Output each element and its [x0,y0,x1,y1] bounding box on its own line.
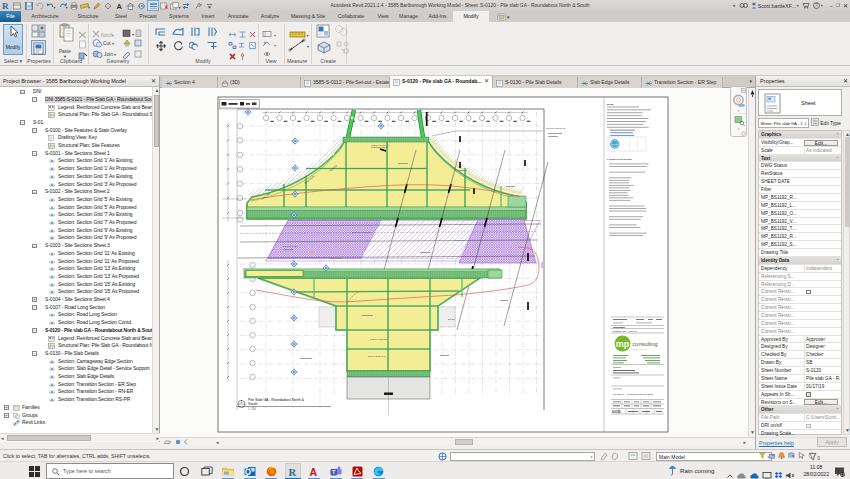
tree-item[interactable]: −S-0103 - Site Sections Sheet 3 [0,242,152,250]
tab-close-icon[interactable]: ✕ [484,76,489,87]
design-option-dropdown[interactable]: Main Model∨ [656,452,772,461]
property-row[interactable]: SHEET DATE [759,178,841,186]
tree-item[interactable]: Section: Section Grid '7' As Proposed [0,219,152,227]
modify-tool-icon-6[interactable] [189,38,201,56]
search-back-icon[interactable]: ◄ [732,3,736,8]
tree-item[interactable]: Section: Section Grid '9' As Existing [0,227,152,235]
tree-item[interactable]: Section: Section Grid '13' As Proposed [0,273,152,281]
tree-item[interactable]: −DNI 3585-S-0121 - Pile Slab GA - Rounda… [0,96,152,104]
volume-icon[interactable] [785,466,795,479]
modify-context-icon[interactable]: ▾ [497,12,510,22]
tree-item[interactable]: Section: Section Grid '5' As Existing [0,196,152,204]
onedrive-blue-icon[interactable] [749,466,760,479]
workset-dropdown[interactable]: ∨ [450,452,595,461]
tree-item[interactable]: Drafting View: Key [0,134,152,142]
taskbar-clock[interactable]: 11:0828/02/2022 [804,464,830,478]
property-row[interactable]: File PathC:\Users\Scott... [759,414,841,422]
tree-item[interactable]: −S-0102 - Site Sections Sheet 2 [0,188,152,196]
tree-item[interactable]: −S-0101 - Site Sections Sheet 1 [0,150,152,158]
property-row[interactable]: MP_BS1192_L... [759,202,841,210]
property-row[interactable]: Checked ByChecker [759,351,841,359]
property-row[interactable]: MP_BS1192_O... [759,210,841,218]
start-button[interactable] [29,466,40,477]
tree-item[interactable]: Section: Slab Edge Detail - Service Supp… [0,365,152,373]
ribbon-tab-structure[interactable]: Structure [70,11,106,22]
property-row[interactable]: Current Revisi... [759,328,841,336]
tree-item[interactable]: Section: Section Grid '1' As Existing [0,157,152,165]
project-browser-close-icon[interactable]: ✕ [151,76,156,87]
property-row[interactable]: Filter [759,186,841,194]
tree-item[interactable]: +Families [0,404,152,412]
properties-toggle-icon[interactable] [31,40,46,55]
ribbon-tab-systems[interactable]: Systems [164,11,194,22]
cortana-icon[interactable] [179,466,190,477]
tree-item[interactable]: Section: Section Grid '3' As Proposed [0,180,152,188]
edit-button[interactable]: Edit... [804,399,838,405]
tree-item[interactable]: Structural Plan: Site Features [0,142,152,150]
home3d-icon[interactable] [125,1,135,10]
editable-filter-icon[interactable] [759,452,766,461]
wrench-icon[interactable] [193,1,203,10]
weather-widget[interactable]: Rain coming [668,464,714,476]
ribbon-tab-steel[interactable]: Steel [110,11,132,22]
checkbox[interactable]: ✓ [806,424,811,429]
app-store-icon[interactable] [802,2,810,10]
type-selector-dropdown[interactable]: Sheet: Pile slab GA - 1∨ [758,118,809,128]
edit-button[interactable]: Edit... [804,140,838,146]
drawing-area[interactable]: 150 OFF PILE SLAB PILE SLAB 350 THKT&B M… [160,88,748,437]
ribbon-tab-architecture[interactable]: Architecture [24,11,66,22]
match-icon[interactable] [78,46,88,64]
ribbon-tab-modify[interactable]: Modify [453,11,489,22]
undo-icon[interactable]: ▾ [46,1,56,10]
demolish-icon[interactable] [122,45,144,63]
similar-icon[interactable] [336,40,350,58]
user-account-button[interactable]: Scott.bartleXF... ▾ [751,2,799,9]
property-row[interactable]: MP_BS1192_V... [759,218,841,226]
taskbar-search[interactable]: Type here to search [46,463,174,479]
chevron-up-icon[interactable] [726,466,734,479]
tree-item[interactable]: Section: Transition Section - ER Step [0,381,152,389]
ribbon-tab-insert[interactable]: Insert [197,11,219,22]
property-row[interactable]: Approved ByApprover [759,336,841,344]
ribbon-tab-precast[interactable]: Precast [134,11,162,22]
property-row[interactable]: RevStatus [759,170,841,178]
component-icon[interactable] [316,40,334,58]
dimension-icon[interactable]: ▾ [288,38,312,57]
project-browser-hscrollbar[interactable]: ◂▸ [0,433,160,441]
help-button[interactable]: ?▾ [813,2,823,9]
tree-item[interactable]: −S-0120 - Pile slab GA - Roundabout Nort… [0,327,152,335]
ribbon-tab-manage[interactable]: Manage [395,11,422,22]
type-selector[interactable]: Sheet [758,89,842,116]
property-row[interactable]: DependencyIndependent [759,265,841,273]
modify-button[interactable]: Modify [3,24,23,55]
property-row[interactable]: Drawing Title [759,249,841,257]
tree-item[interactable]: Section: Section Grid '11' As Proposed [0,257,152,265]
requests-icon[interactable] [778,452,785,461]
restore-button[interactable]: ❐ [836,3,840,8]
taskbar-app-explorer[interactable] [221,464,235,478]
view-tab[interactable]: Transition Section - ER Step [642,77,723,88]
tree-item[interactable]: Section: Section Grid '15' As Proposed [0,288,152,296]
view-tab[interactable]: Section 4 [162,77,218,88]
taskbar-app-outlook[interactable] [243,464,257,478]
close-hidden-icon[interactable]: ✕ [159,1,169,10]
tree-item[interactable]: +Groups [0,411,152,419]
notification-center-icon[interactable]: 17 [834,466,845,477]
tree-item[interactable]: Section: Transition Section - RN-ER [0,388,152,396]
revit-logo-icon[interactable]: R [1,1,11,10]
taskbar-app-acrobat[interactable] [350,464,364,478]
tree-item[interactable]: Section: Road Long Section Contd. [0,319,152,327]
window-icon[interactable] [12,1,22,10]
property-row[interactable]: Referencing D... [759,281,841,289]
tree-item[interactable]: −DNI [0,88,152,96]
edit-type-button[interactable]: Edit Type [811,118,842,128]
reload-latest-icon[interactable]: x [768,452,776,461]
view-tab-active[interactable]: S-0120 - Pile slab GA - Roundab...✕ [390,76,493,88]
property-row[interactable]: Current Revisi... [759,304,841,312]
minimize-button[interactable]: – [830,3,833,9]
canvas-hscrollbar[interactable]: ◂ ▸ [160,437,755,445]
property-row[interactable]: Revisions on S...Edit... [759,399,841,407]
tree-item[interactable]: Legend: Reinforced Concrete Slab and Bea… [0,334,152,342]
tree-item[interactable]: Structural Plan: Pile Slab GA - Roundabo… [0,342,152,350]
navigation-bar[interactable] [730,86,747,137]
